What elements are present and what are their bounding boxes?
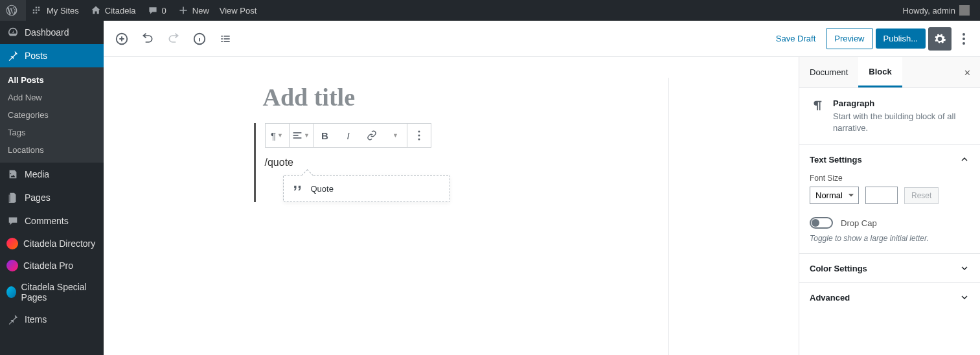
menu-citadela-pro[interactable]: Citadela Pro	[0, 255, 104, 277]
align-button[interactable]: ▼	[290, 124, 313, 147]
editor-body: Add title ¶▼ ▼ B I ▼ /qu	[104, 57, 799, 355]
editor-header: Save Draft Preview Publish...	[104, 21, 980, 57]
submenu-tags[interactable]: Tags	[0, 124, 104, 141]
outline-button[interactable]	[214, 27, 237, 51]
block-explain: Start with the building block of all nar…	[833, 111, 970, 134]
block-more-button[interactable]	[407, 124, 431, 147]
plus-icon	[177, 4, 190, 17]
my-sites[interactable]: My Sites	[26, 0, 84, 21]
submenu-locations[interactable]: Locations	[0, 141, 104, 159]
font-size-label: Font Size	[810, 174, 970, 183]
chevron-down-icon	[959, 292, 970, 303]
avatar	[959, 5, 970, 16]
menu-media-label: Media	[25, 169, 49, 179]
chevron-down-icon	[959, 263, 970, 273]
comments-icon	[6, 214, 19, 227]
undo-button[interactable]	[136, 27, 159, 51]
menu-media[interactable]: Media	[0, 163, 104, 186]
dashboard-icon	[6, 26, 19, 39]
font-size-input[interactable]	[865, 187, 898, 204]
close-panel-button[interactable]: ✕	[959, 65, 975, 80]
pin-icon	[6, 49, 19, 62]
user-menu[interactable]: Howdy, admin	[898, 0, 975, 21]
bold-button[interactable]: B	[313, 124, 337, 147]
svg-rect-13	[293, 137, 302, 139]
submenu-add-new[interactable]: Add New	[0, 89, 104, 106]
new-content[interactable]: New	[172, 0, 214, 21]
svg-rect-7	[224, 41, 230, 42]
submenu-all-posts[interactable]: All Posts	[0, 71, 104, 89]
menu-dashboard[interactable]: Dashboard	[0, 21, 104, 44]
site-name[interactable]: Citadela	[84, 0, 141, 21]
settings-toggle-button[interactable]	[928, 27, 952, 51]
sites-icon	[31, 4, 44, 17]
italic-button[interactable]: I	[337, 124, 360, 147]
post-title-input[interactable]: Add title	[254, 83, 649, 111]
chevron-up-icon	[959, 154, 970, 165]
section-head-color[interactable]: Color Settings	[799, 254, 980, 282]
section-color-settings: Color Settings	[799, 253, 980, 282]
pages-icon	[6, 191, 19, 204]
block-content[interactable]: /quote	[265, 154, 640, 171]
menu-cdir-label: Citadela Directory	[23, 238, 95, 249]
section-advanced: Advanced	[799, 282, 980, 312]
drop-cap-label: Drop Cap	[841, 218, 877, 228]
media-icon	[6, 168, 19, 181]
more-formatting-button[interactable]: ▼	[383, 124, 407, 147]
svg-point-10	[963, 42, 965, 45]
section-head-text[interactable]: Text Settings	[799, 145, 980, 174]
panel-tabs: Document Block ✕	[799, 57, 980, 88]
wordpress-icon	[5, 4, 18, 17]
menu-cspec-label: Citadela Special Pages	[21, 282, 97, 303]
save-draft-button[interactable]: Save Draft	[768, 29, 823, 49]
paragraph-block[interactable]: ¶▼ ▼ B I ▼ /quote Quote	[254, 123, 649, 202]
info-button[interactable]	[188, 27, 211, 51]
svg-point-16	[418, 139, 420, 141]
add-block-button[interactable]	[110, 27, 133, 51]
menu-posts[interactable]: Posts	[0, 44, 104, 67]
editor-main: Save Draft Preview Publish... Add title …	[104, 21, 980, 355]
menu-comments[interactable]: Comments	[0, 209, 104, 233]
autocomplete-option-quote[interactable]: Quote	[283, 175, 450, 202]
drop-cap-toggle[interactable]	[810, 217, 833, 229]
svg-point-8	[963, 33, 965, 36]
wp-logo[interactable]	[0, 0, 26, 21]
block-name: Paragraph	[833, 98, 970, 108]
paragraph-icon	[810, 98, 825, 114]
menu-items[interactable]: Items	[0, 308, 104, 331]
block-toolbar: ¶▼ ▼ B I ▼	[265, 123, 431, 148]
section-text-settings: Text Settings Font Size Normal Reset Dro…	[799, 144, 980, 253]
more-options-button[interactable]	[954, 27, 974, 51]
svg-rect-6	[221, 41, 223, 42]
drop-cap-hint: Toggle to show a large initial letter.	[810, 234, 970, 243]
redo-button[interactable]	[162, 27, 185, 51]
menu-pages[interactable]: Pages	[0, 186, 104, 209]
svg-rect-5	[224, 38, 230, 40]
svg-point-9	[963, 38, 965, 40]
comments-count[interactable]: 0	[141, 0, 172, 21]
title-placeholder: Add title	[263, 83, 640, 111]
menu-comments-label: Comments	[25, 216, 69, 226]
submenu-categories[interactable]: Categories	[0, 106, 104, 124]
admin-bar: My Sites Citadela 0 New View Post Howdy,…	[0, 0, 980, 21]
view-post[interactable]: View Post	[214, 0, 262, 21]
tab-document[interactable]: Document	[799, 57, 858, 87]
block-type-button[interactable]: ¶▼	[266, 124, 289, 147]
menu-posts-label: Posts	[25, 51, 47, 61]
menu-citadela-directory[interactable]: Citadela Directory	[0, 233, 104, 255]
section-label: Advanced	[810, 293, 850, 303]
font-size-reset-button[interactable]: Reset	[904, 187, 939, 204]
view-post-label: View Post	[220, 6, 257, 16]
link-button[interactable]	[360, 124, 383, 147]
font-size-select[interactable]: Normal	[810, 187, 859, 204]
menu-pages-label: Pages	[25, 192, 51, 203]
comment-icon	[146, 4, 159, 17]
settings-panel: Document Block ✕ Paragraph Start with th…	[799, 57, 980, 355]
section-head-advanced[interactable]: Advanced	[799, 283, 980, 312]
publish-button[interactable]: Publish...	[876, 29, 926, 49]
menu-citadela-special[interactable]: Citadela Special Pages	[0, 277, 104, 308]
pin-icon	[6, 313, 19, 326]
tab-block[interactable]: Block	[858, 57, 902, 87]
preview-button[interactable]: Preview	[826, 28, 872, 49]
svg-rect-12	[293, 135, 299, 136]
